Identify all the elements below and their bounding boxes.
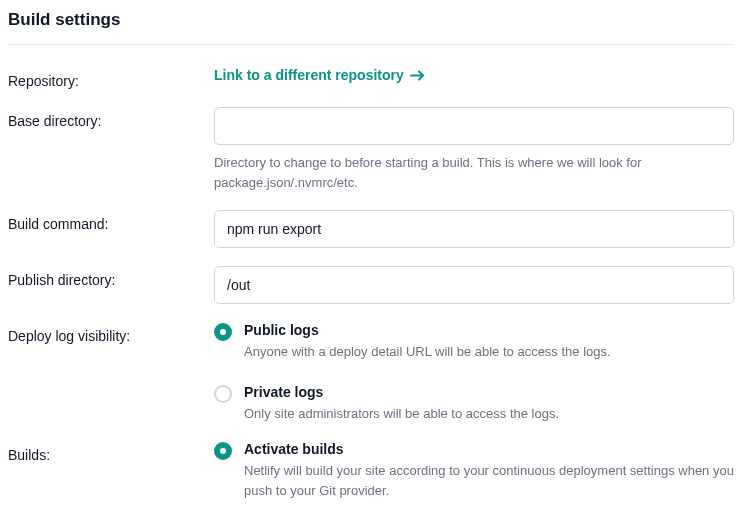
link-different-repository-text: Link to a different repository — [214, 67, 404, 83]
label-repository: Repository: — [8, 67, 214, 89]
label-deploy-log-visibility: Deploy log visibility: — [8, 322, 214, 344]
radio-activate-builds[interactable]: Activate builds Netlify will build your … — [214, 441, 734, 500]
field-builds: Builds: Activate builds Netlify will bui… — [8, 441, 734, 505]
base-directory-input[interactable] — [214, 107, 734, 145]
label-build-command: Build command: — [8, 210, 214, 232]
radio-checked-icon — [214, 442, 232, 460]
radio-public-logs[interactable]: Public logs Anyone with a deploy detail … — [214, 322, 734, 362]
radio-activate-builds-desc: Netlify will build your site according t… — [244, 461, 734, 500]
publish-directory-input[interactable] — [214, 266, 734, 304]
radio-private-logs-title: Private logs — [244, 384, 734, 400]
radio-public-logs-title: Public logs — [244, 322, 734, 338]
divider — [8, 44, 734, 45]
label-base-directory: Base directory: — [8, 107, 214, 129]
radio-private-logs[interactable]: Private logs Only site administrators wi… — [214, 384, 734, 424]
base-directory-help: Directory to change to before starting a… — [214, 153, 734, 192]
radio-private-logs-desc: Only site administrators will be able to… — [244, 404, 734, 424]
label-publish-directory: Publish directory: — [8, 266, 214, 288]
field-publish-directory: Publish directory: — [8, 266, 734, 304]
radio-unchecked-icon — [214, 385, 232, 403]
build-command-input[interactable] — [214, 210, 734, 248]
radio-public-logs-desc: Anyone with a deploy detail URL will be … — [244, 342, 734, 362]
field-base-directory: Base directory: Directory to change to b… — [8, 107, 734, 192]
link-different-repository[interactable]: Link to a different repository — [214, 67, 425, 83]
label-builds: Builds: — [8, 441, 214, 463]
field-build-command: Build command: — [8, 210, 734, 248]
radio-checked-icon — [214, 323, 232, 341]
page-title: Build settings — [8, 10, 734, 30]
field-deploy-log-visibility: Deploy log visibility: Public logs Anyon… — [8, 322, 734, 423]
radio-activate-builds-title: Activate builds — [244, 441, 734, 457]
arrow-right-icon — [410, 70, 425, 81]
field-repository: Repository: Link to a different reposito… — [8, 67, 734, 89]
